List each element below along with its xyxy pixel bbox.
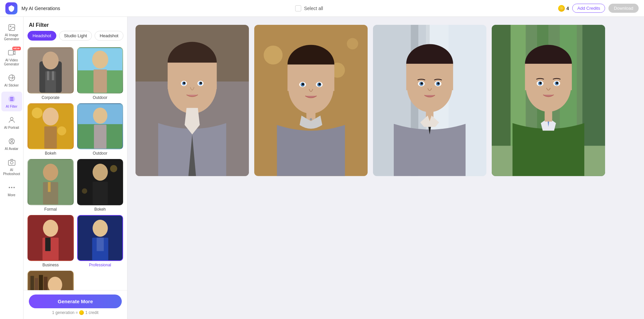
- filter-img-corporate: [28, 47, 74, 94]
- filter-img-library: [28, 271, 74, 290]
- filter-img-business: [28, 215, 74, 261]
- filter-label-professional: Professional: [89, 263, 111, 267]
- new-badge-video: NEW: [12, 47, 21, 50]
- select-all-label[interactable]: Select all: [304, 6, 323, 11]
- tab-headshot[interactable]: Headshot: [28, 31, 56, 41]
- app-logo: [5, 2, 17, 14]
- svg-point-83: [310, 118, 312, 120]
- svg-rect-17: [47, 71, 49, 80]
- main-layout: AI Image Generator NEW AI Video Generato…: [0, 17, 644, 319]
- svg-rect-18: [52, 71, 54, 80]
- svg-point-98: [437, 82, 440, 85]
- filter-label-outdoor2: Outdoor: [93, 151, 107, 156]
- icon-sidebar: AI Image Generator NEW AI Video Generato…: [0, 17, 23, 319]
- filter-img-bokeh2: [77, 159, 123, 205]
- svg-point-81: [302, 83, 304, 86]
- svg-rect-61: [168, 63, 217, 89]
- app-header: My AI Generations Select all 🪙 4 Add Cre…: [0, 0, 644, 17]
- credits-display: 🪙 4: [558, 5, 569, 12]
- svg-rect-16: [45, 71, 56, 93]
- sidebar-item-ai-video[interactable]: NEW AI Video Generator: [1, 45, 22, 69]
- svg-point-12: [13, 187, 15, 188]
- filter-panel: AI Filter Headshot Studio Light Headshot: [23, 17, 127, 319]
- sidebar-item-ai-avatar[interactable]: AI Avatar: [1, 134, 22, 154]
- portrait-card-1[interactable]: [136, 25, 249, 176]
- filter-bokeh1[interactable]: Bokeh: [28, 103, 74, 156]
- filter-label-corporate: Corporate: [42, 95, 59, 100]
- svg-rect-53: [39, 275, 43, 290]
- svg-point-67: [200, 82, 202, 84]
- svg-point-1: [10, 26, 11, 27]
- portrait-svg-1: [136, 25, 249, 176]
- filter-business[interactable]: Business: [28, 215, 74, 268]
- sidebar-item-ai-photoshoot[interactable]: AI Photoshoot: [1, 155, 22, 179]
- sidebar-item-ai-image[interactable]: AI Image Generator: [1, 20, 22, 44]
- svg-rect-44: [45, 237, 51, 251]
- ai-portrait-icon: [7, 115, 16, 125]
- page-title: My AI Generations: [21, 6, 60, 11]
- sidebar-item-ai-portrait[interactable]: AI Portrait: [1, 113, 22, 132]
- filter-img-bokeh1: [28, 103, 74, 150]
- svg-point-42: [43, 220, 58, 237]
- tab-studio-light[interactable]: Studio Light: [59, 31, 92, 41]
- ai-avatar-icon: [7, 137, 16, 146]
- download-button[interactable]: Download: [608, 4, 639, 13]
- credits-count: 4: [566, 6, 569, 11]
- filter-img-outdoor1: [77, 47, 123, 94]
- svg-point-37: [110, 165, 117, 172]
- svg-point-82: [319, 83, 321, 86]
- filter-grid: Corporate Outdoor: [23, 45, 127, 290]
- svg-point-30: [93, 107, 107, 123]
- portrait-svg-3: [373, 25, 486, 176]
- generate-more-button[interactable]: Generate More: [29, 295, 122, 308]
- svg-rect-109: [525, 64, 572, 90]
- svg-point-33: [43, 164, 58, 181]
- filter-panel-title: AI Filter: [23, 17, 127, 31]
- filter-outdoor1[interactable]: Outdoor: [77, 47, 123, 100]
- sidebar-item-ai-filter[interactable]: AI Filter: [1, 92, 22, 111]
- more-icon: [7, 183, 16, 192]
- svg-rect-2: [8, 50, 13, 55]
- filter-formal[interactable]: Formal: [28, 159, 74, 212]
- svg-rect-51: [31, 276, 34, 290]
- filter-library[interactable]: Library: [28, 271, 74, 290]
- sidebar-label-ai-image: AI Image Generator: [3, 33, 20, 41]
- portrait-card-4[interactable]: [492, 25, 605, 176]
- portrait-card-3[interactable]: [373, 25, 486, 176]
- sidebar-label-ai-photoshoot: AI Photoshoot: [3, 168, 20, 176]
- ai-sticker-icon: [7, 73, 16, 83]
- sidebar-label-ai-portrait: AI Portrait: [4, 126, 19, 130]
- tab-headshot2[interactable]: Headshot: [95, 31, 123, 41]
- select-all-checkbox[interactable]: [295, 5, 301, 11]
- svg-rect-54: [44, 277, 48, 290]
- svg-rect-31: [94, 124, 106, 149]
- ai-image-icon: [7, 23, 16, 32]
- sidebar-item-ai-sticker[interactable]: AI Sticker: [1, 70, 22, 90]
- add-credits-button[interactable]: Add Credits: [572, 4, 605, 13]
- portrait-card-2[interactable]: [254, 25, 368, 176]
- filter-img-professional: [77, 215, 123, 261]
- filter-label-bokeh1: Bokeh: [45, 151, 56, 156]
- svg-point-21: [92, 51, 108, 68]
- ai-photoshoot-icon: [7, 158, 16, 167]
- svg-point-66: [183, 82, 185, 84]
- filter-corporate[interactable]: Corporate: [28, 47, 74, 100]
- svg-point-7: [11, 140, 13, 142]
- svg-rect-76: [287, 64, 334, 91]
- sidebar-label-ai-filter: AI Filter: [6, 105, 17, 109]
- svg-rect-40: [93, 181, 108, 204]
- ai-filter-icon: [7, 94, 16, 104]
- coin-small-icon: [79, 310, 84, 315]
- sidebar-label-ai-avatar: AI Avatar: [5, 147, 18, 151]
- svg-rect-52: [35, 278, 38, 290]
- images-grid: [136, 25, 605, 176]
- svg-rect-22: [93, 69, 107, 93]
- filter-professional[interactable]: Professional: [77, 215, 123, 268]
- svg-point-26: [43, 107, 59, 125]
- filter-label-bokeh2: Bokeh: [94, 207, 106, 212]
- svg-point-11: [11, 187, 12, 188]
- svg-point-46: [93, 220, 108, 237]
- filter-bokeh2[interactable]: Bokeh: [77, 159, 123, 212]
- sidebar-item-more[interactable]: More: [1, 180, 22, 200]
- filter-outdoor2[interactable]: Outdoor: [77, 103, 123, 156]
